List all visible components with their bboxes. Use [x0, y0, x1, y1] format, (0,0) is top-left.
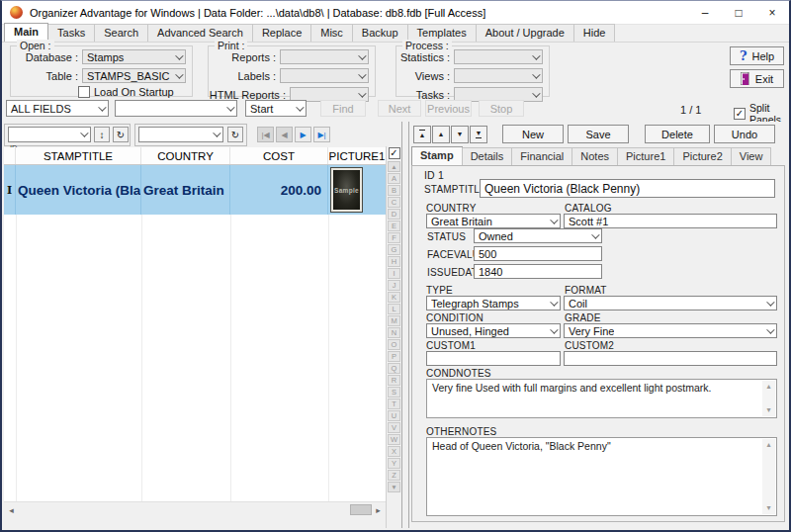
delete-button[interactable]: Delete: [645, 125, 710, 143]
scroll-down-icon[interactable]: ▾: [766, 405, 770, 415]
column-header-stamptitle[interactable]: STAMPTITLE: [16, 147, 141, 164]
main-tab-search[interactable]: Search: [94, 24, 148, 42]
alpha-u[interactable]: U: [388, 410, 400, 421]
detail-tab-view[interactable]: View: [731, 147, 772, 165]
horizontal-scrollbar[interactable]: ◂ ▸: [4, 501, 386, 516]
column-header-picture1[interactable]: PICTURE1: [328, 147, 386, 164]
first-record-button[interactable]: |◀: [257, 127, 274, 142]
save-button[interactable]: Save: [568, 125, 629, 143]
alpha-z[interactable]: Z: [388, 470, 400, 481]
detail-tab-picture2[interactable]: Picture2: [673, 147, 731, 165]
detail-tab-stamp[interactable]: Stamp: [411, 146, 463, 165]
search-input[interactable]: [115, 100, 237, 117]
alpha-filter-checkbox[interactable]: ✓: [389, 147, 400, 159]
detail-tab-notes[interactable]: Notes: [571, 147, 618, 165]
status-dropdown[interactable]: Owned: [474, 228, 602, 243]
main-tab-replace[interactable]: Replace: [252, 24, 311, 42]
alpha-w[interactable]: W: [388, 434, 400, 445]
detail-tab-financial[interactable]: Financial: [511, 147, 572, 165]
minimize-button[interactable]: –: [688, 1, 722, 24]
filter-dropdown[interactable]: [138, 127, 223, 142]
scroll-up-icon[interactable]: ▴: [766, 382, 770, 392]
alpha-g[interactable]: G: [388, 244, 400, 255]
scroll-right-icon[interactable]: ▸: [371, 502, 386, 517]
split-panels-checkbox[interactable]: ✓: [734, 108, 746, 120]
alpha-k[interactable]: K: [388, 292, 400, 303]
next-button[interactable]: Next: [378, 100, 421, 117]
alpha-b[interactable]: B: [388, 185, 400, 196]
alpha-q[interactable]: Q: [388, 363, 400, 374]
stop-button[interactable]: Stop: [479, 100, 524, 117]
condnotes-scrollbar[interactable]: ▴ ▾: [762, 381, 775, 416]
sort-direction-button[interactable]: ↕: [94, 127, 110, 142]
help-button[interactable]: ? Help: [730, 46, 784, 65]
main-tab-about-upgrade[interactable]: About / Upgrade: [476, 24, 574, 42]
undo-button[interactable]: Undo: [714, 125, 775, 143]
last-record-button[interactable]: ▶|: [313, 127, 330, 142]
custom1-field[interactable]: [426, 351, 561, 366]
catalog-field[interactable]: Scott #1: [564, 214, 777, 228]
alpha-h[interactable]: H: [388, 256, 400, 267]
views-dropdown[interactable]: [454, 68, 543, 83]
column-header-country[interactable]: COUNTRY: [141, 147, 230, 164]
main-tab-tasks[interactable]: Tasks: [47, 24, 95, 42]
first-record-button-right[interactable]: ▲: [413, 126, 431, 143]
sort-field-dropdown[interactable]: [8, 127, 91, 142]
main-tab-misc[interactable]: Misc: [310, 24, 353, 42]
alpha-o[interactable]: O: [388, 339, 400, 350]
table-row[interactable]: I Queen Victoria (Bla Great Britain 200.…: [4, 165, 386, 215]
scroll-down-icon[interactable]: ▾: [766, 503, 770, 513]
alpha-e[interactable]: E: [388, 221, 400, 231]
last-record-button-right[interactable]: ▼: [470, 126, 487, 143]
load-on-startup-checkbox[interactable]: [78, 86, 90, 98]
search-mode-dropdown[interactable]: Start: [245, 100, 307, 117]
alpha-d[interactable]: D: [388, 209, 400, 220]
table-dropdown[interactable]: STAMPS_BASIC: [82, 68, 186, 83]
close-button[interactable]: ×: [755, 1, 789, 24]
main-tab-hide[interactable]: Hide: [573, 24, 616, 42]
database-dropdown[interactable]: Stamps: [82, 49, 186, 64]
scroll-left-icon[interactable]: ◂: [4, 502, 19, 517]
alpha-down-button[interactable]: ▼: [388, 482, 400, 492]
reports-dropdown[interactable]: [280, 49, 369, 64]
alpha-i[interactable]: I: [388, 268, 400, 279]
find-button[interactable]: Find: [320, 100, 366, 117]
exit-button[interactable]: Exit: [730, 69, 784, 88]
issuedate-field[interactable]: 1840: [474, 264, 602, 279]
statistics-dropdown[interactable]: [454, 49, 543, 64]
detail-tab-picture1[interactable]: Picture1: [617, 147, 674, 165]
alpha-y[interactable]: Y: [388, 458, 400, 469]
condnotes-field[interactable]: Very fine Used with full margins and exc…: [426, 379, 777, 418]
scrollbar-thumb[interactable]: [350, 504, 372, 515]
refresh-sort-button[interactable]: ↻: [113, 127, 129, 142]
condition-dropdown[interactable]: Unused, Hinged: [426, 323, 561, 338]
othernotes-scrollbar[interactable]: ▴ ▾: [762, 439, 775, 514]
previous-button[interactable]: Previous: [425, 100, 472, 117]
alpha-r[interactable]: R: [388, 375, 400, 386]
previous-record-button[interactable]: ◀: [276, 127, 293, 142]
previous-record-button-right[interactable]: ▲: [432, 126, 450, 143]
maximize-button[interactable]: □: [722, 1, 755, 24]
alpha-p[interactable]: P: [388, 351, 400, 362]
panel-splitter[interactable]: [401, 122, 409, 528]
next-record-button[interactable]: ▶: [295, 127, 311, 142]
custom2-field[interactable]: [564, 351, 777, 366]
alpha-up-button[interactable]: ▲: [388, 161, 400, 172]
format-dropdown[interactable]: Coil: [564, 296, 777, 310]
alpha-f[interactable]: F: [388, 232, 400, 243]
main-tab-backup[interactable]: Backup: [352, 24, 408, 42]
scroll-up-icon[interactable]: ▴: [766, 440, 770, 450]
stamptitle-field[interactable]: Queen Victoria (Black Penny): [480, 179, 775, 198]
othernotes-field[interactable]: Head of Queen Victoria, "Black Penny" ▴ …: [426, 437, 777, 516]
facevalue-field[interactable]: 500: [474, 246, 602, 261]
new-button[interactable]: New: [502, 125, 564, 143]
refresh-filter-button[interactable]: ↻: [227, 127, 243, 142]
alpha-m[interactable]: M: [388, 315, 400, 326]
alpha-c[interactable]: C: [388, 197, 400, 208]
alpha-t[interactable]: T: [388, 399, 400, 409]
column-header-cost[interactable]: COST: [230, 147, 328, 164]
next-record-button-right[interactable]: ▼: [451, 126, 469, 143]
grade-dropdown[interactable]: Very Fine: [564, 323, 777, 338]
type-dropdown[interactable]: Telegraph Stamps: [426, 296, 561, 310]
alpha-n[interactable]: N: [388, 327, 400, 338]
